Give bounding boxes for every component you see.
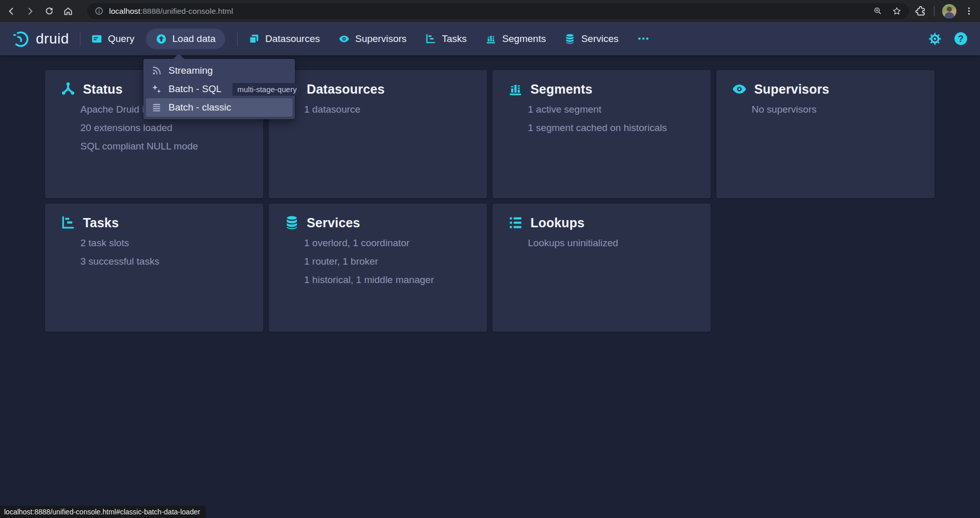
card-supervisors[interactable]: Supervisors No supervisors [716, 70, 934, 198]
eye-icon [338, 33, 350, 45]
bar-chart-icon [508, 81, 523, 97]
home-icon[interactable] [63, 6, 73, 16]
datasources-icon [248, 33, 260, 45]
nav-divider [80, 31, 80, 47]
back-icon[interactable] [6, 6, 16, 16]
zoom-icon[interactable] [873, 6, 883, 16]
card-segments[interactable]: Segments 1 active segment 1 segment cach… [493, 70, 711, 198]
nav-item-supervisors[interactable]: Supervisors [338, 33, 407, 45]
card-line: 1 historical, 1 middle manager [304, 275, 472, 285]
menu-item-batch-sql[interactable]: Batch - SQL multi-stage-query [146, 80, 292, 98]
card-line: Lookups uninitialized [528, 238, 695, 248]
url-bar[interactable]: localhost:8888/unified-console.html [87, 3, 909, 19]
eye-icon [732, 81, 747, 97]
card-title: Supervisors [754, 82, 829, 97]
card-line: 1 overlord, 1 coordinator [304, 238, 472, 248]
druid-navbar: druid Query Load data Datasources Superv… [0, 22, 980, 55]
bookmark-star-icon[interactable] [892, 6, 902, 16]
help-icon[interactable]: ? [954, 32, 968, 46]
status-icon [60, 81, 76, 97]
load-data-menu: Streaming Batch - SQL multi-stage-query … [143, 59, 295, 119]
card-tasks[interactable]: Tasks 2 task slots 3 successful tasks [45, 204, 263, 332]
list-icon [508, 215, 523, 230]
multi-stage-query-tag: multi-stage-query [232, 83, 302, 96]
card-services[interactable]: Services 1 overlord, 1 coordinator 1 rou… [269, 204, 487, 332]
query-icon [91, 33, 102, 45]
bar-chart-icon [485, 33, 497, 45]
nav-item-load-data[interactable]: Load data [146, 29, 226, 49]
druid-logo-icon [12, 30, 31, 48]
link-preview: localhost:8888/unified-console.html#clas… [0, 506, 206, 518]
extensions-icon[interactable] [915, 6, 926, 17]
forward-icon[interactable] [25, 6, 35, 16]
card-line: 1 datasource [304, 104, 472, 114]
card-line: 20 extensions loaded [80, 123, 248, 133]
nav-item-services[interactable]: Services [564, 33, 619, 45]
toolbar-divider [934, 6, 934, 16]
card-title: Services [307, 215, 360, 230]
card-title: Tasks [83, 215, 119, 230]
card-line: No supervisors [752, 104, 919, 114]
nav-item-datasources[interactable]: Datasources [248, 33, 320, 45]
nav-item-query[interactable]: Query [91, 33, 135, 45]
menu-lines-icon [151, 102, 162, 113]
card-title: Lookups [530, 215, 585, 230]
nav-item-segments[interactable]: Segments [485, 33, 546, 45]
streaming-icon [151, 65, 162, 76]
gantt-icon [60, 215, 76, 230]
browser-toolbar: localhost:8888/unified-console.html [0, 0, 980, 22]
nav-more-button[interactable] [637, 33, 650, 45]
database-icon [284, 215, 300, 230]
card-line: 2 task slots [80, 238, 248, 248]
reload-icon[interactable] [44, 6, 54, 16]
sparkles-icon [151, 83, 162, 95]
database-icon [564, 33, 576, 45]
druid-logo[interactable]: druid [12, 30, 69, 48]
card-line: 1 active segment [528, 104, 695, 114]
card-line: SQL compliant NULL mode [80, 141, 248, 151]
svg-text:?: ? [958, 34, 964, 44]
card-line: 1 router, 1 broker [304, 256, 472, 266]
card-title: Status [83, 82, 123, 97]
nav-item-tasks[interactable]: Tasks [425, 33, 467, 45]
url-text: localhost:8888/unified-console.html [109, 7, 233, 16]
card-title: Segments [530, 82, 592, 97]
brand-text: druid [36, 31, 69, 47]
nav-divider [237, 31, 238, 47]
settings-gear-icon[interactable] [928, 32, 942, 46]
card-title: Datasources [307, 82, 385, 97]
card-line: 1 segment cached on historicals [528, 123, 695, 133]
more-icon [637, 33, 650, 45]
browser-menu-icon[interactable] [964, 6, 974, 16]
profile-avatar[interactable] [942, 4, 956, 18]
site-info-icon[interactable] [94, 6, 104, 16]
card-lookups[interactable]: Lookups Lookups uninitialized [493, 204, 711, 332]
menu-item-batch-classic[interactable]: Batch - classic [146, 98, 292, 117]
menu-item-streaming[interactable]: Streaming [146, 61, 292, 80]
gantt-icon [425, 33, 436, 45]
card-line: 3 successful tasks [80, 256, 248, 266]
upload-icon [156, 33, 167, 45]
